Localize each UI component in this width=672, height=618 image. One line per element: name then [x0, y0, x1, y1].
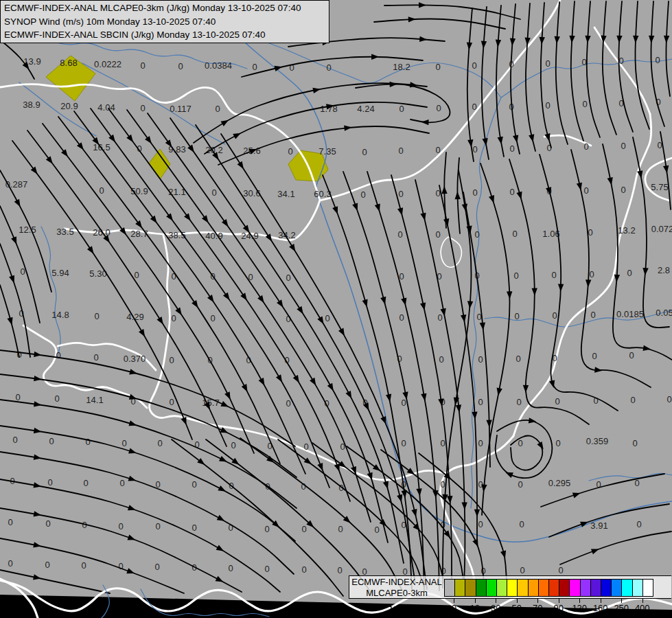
wind-arrowhead	[197, 458, 205, 465]
grid-value-label: 0	[264, 564, 269, 574]
wind-arrowhead	[218, 485, 226, 492]
wind-arrowhead	[390, 82, 397, 87]
wind-arrowhead	[293, 375, 299, 383]
wind-arrowhead	[237, 161, 244, 170]
grid-value-label: 0	[590, 310, 595, 320]
grid-value-label: 2.8	[658, 265, 670, 275]
grid-value-label: 14.8	[51, 310, 69, 320]
legend-tick	[517, 598, 518, 603]
wind-arrowhead	[222, 219, 229, 227]
wind-arrowhead	[373, 464, 380, 471]
grid-value-label: 0	[545, 100, 550, 111]
wind-arrowhead	[34, 482, 42, 488]
wind-arrowhead	[461, 314, 466, 323]
wind-streamline	[511, 4, 520, 154]
grid-value-label: 0	[627, 268, 632, 278]
wind-arrowhead	[472, 411, 477, 419]
wind-streamline	[587, 1, 600, 137]
wind-arrowhead	[371, 54, 379, 60]
wind-arrowhead	[135, 220, 142, 228]
grid-value-label: 0	[518, 479, 522, 490]
grid-value-label: 0	[94, 311, 99, 321]
weather-workstation-screen: 13.98.680.0222000.038400018.2000000038.9…	[0, 0, 672, 618]
grid-value-label: 0	[301, 564, 306, 575]
grid-value-label: 0	[228, 563, 233, 573]
wind-streamline	[0, 374, 297, 477]
grid-value-label: 0	[303, 442, 308, 452]
grid-value-label: 0	[360, 190, 365, 200]
wind-arrowhead	[184, 213, 191, 220]
wind-arrowhead	[498, 137, 503, 145]
colorbar-cell	[601, 580, 611, 596]
wind-arrowhead	[408, 16, 416, 22]
cape-patches-layer	[46, 56, 328, 181]
grid-value-label: 0	[472, 187, 477, 198]
grid-value-label: 0	[288, 146, 292, 157]
colorbar-cell	[569, 580, 579, 596]
grid-value-label: 0	[118, 561, 123, 571]
wind-arrowhead	[554, 36, 559, 44]
wind-arrowhead	[633, 36, 638, 43]
wind-arrowhead	[129, 369, 137, 374]
wind-arrowhead	[500, 551, 506, 559]
grid-value-label: 0	[515, 354, 520, 364]
wind-arrowhead	[344, 125, 351, 130]
wind-arrowhead	[558, 284, 564, 292]
wind-arrowhead	[33, 542, 41, 547]
wind-arrowhead	[397, 207, 403, 216]
wind-arrowhead	[192, 300, 198, 308]
grid-value-label: 0	[45, 518, 50, 529]
grid-value-label: 0.0185	[616, 309, 644, 319]
grid-value-label: 0	[8, 517, 12, 527]
grid-value-label: 0	[621, 141, 625, 151]
grid-value-label: 0	[478, 519, 483, 529]
colorbar-cell	[611, 580, 621, 596]
wind-arrowhead	[332, 206, 338, 214]
colorbar-cell	[486, 580, 496, 596]
legend-tick	[642, 598, 643, 603]
grid-value-label: 0	[512, 229, 517, 239]
grid-value-label: 0	[81, 560, 86, 571]
map-title-line-sbcin: ECMWF-INDEX-ANAL SBCIN (J/kg) Monday 13-…	[4, 28, 325, 42]
grid-value-label: 0	[54, 393, 59, 404]
wind-streamline	[511, 436, 542, 470]
wind-arrowhead	[257, 295, 264, 303]
wind-streamline	[556, 2, 568, 144]
wind-arrowhead	[383, 481, 389, 489]
grid-value-label: 0	[555, 438, 560, 448]
grid-value-label: 0	[397, 229, 402, 240]
grid-value-label: 0	[519, 519, 524, 529]
grid-value-label: 0	[552, 310, 557, 321]
wind-arrowhead	[128, 535, 136, 540]
grid-value-label: 33.5	[56, 227, 73, 237]
grid-value-label: 20.9	[60, 101, 78, 111]
wind-streamline	[0, 400, 297, 508]
map-title-line-mlcape: ECMWF-INDEX-ANAL MLCAPE0-3km (J/kg) Mond…	[4, 1, 325, 15]
wind-arrowhead	[34, 352, 41, 357]
grid-value-label: 0	[509, 144, 514, 154]
colorbar	[444, 579, 653, 597]
legend-tick	[559, 598, 559, 603]
legend-tick	[579, 598, 580, 603]
wind-arrowhead	[259, 378, 265, 386]
wind-arrowhead	[516, 192, 522, 200]
legend-unit: J/kg	[350, 604, 442, 615]
grid-value-label: 0.0222	[94, 59, 121, 69]
grid-value-label: 0	[211, 187, 216, 198]
grid-value-label: 0	[478, 354, 483, 365]
wind-streamline	[205, 102, 427, 154]
wind-arrowhead	[216, 576, 224, 582]
grid-value-label: 38.9	[23, 100, 40, 110]
wind-arrowhead	[223, 293, 230, 300]
wind-arrowhead	[181, 417, 187, 425]
grid-value-label: 0	[83, 478, 88, 488]
grid-value-label: 0	[192, 479, 196, 490]
grid-value-label: 7.35	[318, 146, 336, 157]
grid-value-label: 0	[478, 397, 483, 407]
grid-value-label: 0	[592, 351, 596, 361]
wind-streamline	[0, 426, 295, 541]
grid-value-label: 0	[545, 58, 550, 69]
country-border	[23, 325, 147, 408]
legend-tick	[454, 598, 454, 603]
grid-value-label: 0.359	[586, 436, 609, 446]
